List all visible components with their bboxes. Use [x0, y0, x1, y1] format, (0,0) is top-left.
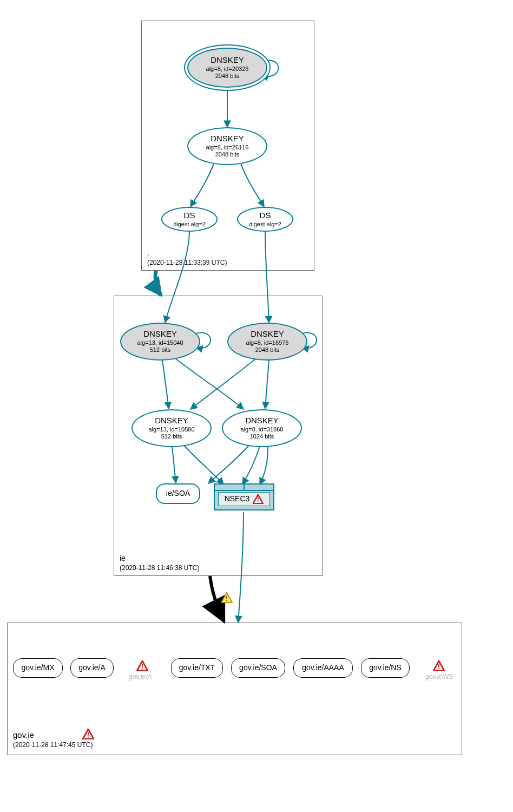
- label: alg=8, id=16976: [246, 339, 289, 347]
- error-icon: [136, 660, 148, 671]
- svg-rect-5: [142, 669, 143, 670]
- label: gov.ie/TXT: [179, 663, 215, 673]
- label: DNSKEY: [211, 55, 244, 66]
- svg-rect-7: [438, 669, 439, 670]
- label: NSEC3: [225, 494, 250, 504]
- warning-icon: [221, 592, 233, 603]
- node-gov-a[interactable]: gov.ie/A: [70, 658, 114, 678]
- svg-rect-2: [226, 595, 227, 599]
- error-icon: [253, 494, 264, 504]
- diagram-canvas: . (2020-11-28 11:33:39 UTC) ie (2020-11-…: [0, 0, 513, 812]
- node-root-ds-left[interactable]: DS digest alg=2: [161, 207, 218, 232]
- label: DNSKEY: [211, 134, 244, 144]
- label: 2048 bits: [215, 151, 240, 159]
- node-root-ksk[interactable]: DNSKEY alg=8, id=20326 2048 bits: [187, 48, 267, 88]
- svg-rect-9: [88, 737, 89, 738]
- label: DNSKEY: [143, 329, 177, 339]
- zone-timestamp-ie: (2020-11-28 11:46:38 UTC): [120, 564, 199, 572]
- node-ghost-ns: gov.ie/NS: [425, 673, 453, 680]
- label: 2048 bits: [215, 73, 240, 80]
- label: gov.ie/MX: [21, 663, 54, 673]
- label: digest alg=2: [173, 221, 206, 228]
- node-gov-txt[interactable]: gov.ie/TXT: [171, 658, 223, 678]
- node-root-zsk[interactable]: DNSKEY alg=8, id=26116 2048 bits: [187, 127, 267, 165]
- label: gov.ie/A: [129, 673, 152, 680]
- svg-rect-0: [258, 497, 259, 501]
- node-root-ds-right[interactable]: DS digest alg=2: [237, 207, 293, 232]
- node-ie-ksk-left[interactable]: DNSKEY alg=13, id=15040 512 bits: [120, 323, 200, 361]
- node-ie-soa[interactable]: ie/SOA: [156, 483, 200, 504]
- zone-box-gov: gov.ie (2020-11-28 11:47:45 UTC): [7, 623, 462, 755]
- zone-timestamp-root: (2020-11-28 11:33:39 UTC): [147, 258, 227, 267]
- label: 512 bits: [161, 433, 182, 441]
- label: alg=13, id=10580: [148, 426, 194, 434]
- label: DNSKEY: [251, 329, 284, 339]
- node-ie-ksk-right[interactable]: DNSKEY alg=8, id=16976 2048 bits: [227, 323, 307, 361]
- node-gov-aaaa[interactable]: gov.ie/AAAA: [293, 658, 353, 678]
- label: 1024 bits: [250, 433, 274, 441]
- label: DNSKEY: [155, 416, 188, 426]
- label: ie/SOA: [166, 489, 190, 499]
- node-ie-zsk-left[interactable]: DNSKEY alg=13, id=10580 512 bits: [131, 409, 212, 447]
- label: DS: [260, 211, 271, 221]
- svg-rect-6: [438, 664, 439, 667]
- node-ie-nsec3[interactable]: NSEC3: [214, 483, 274, 510]
- node-ghost-a: gov.ie/A: [129, 673, 152, 680]
- error-icon: [433, 660, 445, 671]
- label: gov.ie/NS: [369, 663, 402, 673]
- label: gov.ie/AAAA: [302, 663, 344, 673]
- zone-timestamp-gov: (2020-11-28 11:47:45 UTC): [13, 741, 93, 749]
- label: alg=8, id=20326: [206, 66, 249, 73]
- label: alg=13, id=15040: [137, 339, 183, 347]
- label: DNSKEY: [245, 416, 279, 426]
- label: gov.ie/A: [78, 663, 106, 673]
- svg-rect-1: [258, 501, 259, 502]
- label: alg=8, id=31860: [241, 426, 284, 434]
- zone-title-ie: ie: [120, 553, 199, 564]
- node-gov-ns[interactable]: gov.ie/NS: [361, 658, 410, 678]
- zone-title-gov: gov.ie: [13, 730, 93, 741]
- label: 2048 bits: [255, 346, 280, 354]
- error-icon: [82, 729, 94, 739]
- zone-label-root: . (2020-11-28 11:33:39 UTC): [147, 248, 227, 267]
- label: alg=8, id=26116: [206, 144, 249, 152]
- label: gov.ie/SOA: [239, 663, 277, 673]
- zone-title-root: .: [147, 248, 227, 258]
- node-ie-zsk-right[interactable]: DNSKEY alg=8, id=31860 1024 bits: [222, 409, 302, 447]
- node-gov-mx[interactable]: gov.ie/MX: [13, 658, 63, 678]
- label: 512 bits: [150, 346, 171, 354]
- svg-rect-4: [142, 664, 143, 667]
- zone-label-gov: gov.ie (2020-11-28 11:47:45 UTC): [13, 730, 93, 749]
- svg-rect-8: [88, 732, 89, 735]
- label: digest alg=2: [249, 221, 281, 228]
- label: gov.ie/NS: [425, 673, 453, 680]
- zone-label-ie: ie (2020-11-28 11:46:38 UTC): [120, 553, 199, 572]
- label: DS: [184, 211, 195, 221]
- svg-rect-3: [226, 600, 227, 601]
- node-gov-soa[interactable]: gov.ie/SOA: [231, 658, 285, 678]
